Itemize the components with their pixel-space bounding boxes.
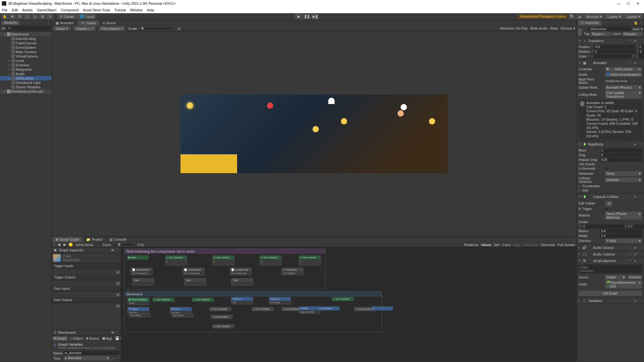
rotate-tool-button[interactable]: ↻ bbox=[16, 14, 23, 19]
graph-node[interactable]: ▶ Start bbox=[127, 255, 149, 260]
object-name-input[interactable] bbox=[589, 27, 631, 31]
add-data-output-button[interactable]: + bbox=[116, 304, 120, 308]
hierarchy-item[interactable]: Scene Variables bbox=[0, 85, 52, 89]
graph-node[interactable]: Axis Name bbox=[171, 313, 193, 317]
layers-dropdown[interactable]: Layers▾ bbox=[605, 14, 624, 19]
trigger-checkbox[interactable] bbox=[605, 207, 609, 211]
hierarchy-item[interactable]: ▸Audio bbox=[0, 72, 52, 76]
pos-y-input[interactable] bbox=[639, 45, 644, 49]
tab-game[interactable]: 🎮Game bbox=[78, 20, 99, 26]
gravity-checkbox[interactable]: ✓ bbox=[605, 162, 609, 166]
opt-overview[interactable]: Overview bbox=[541, 243, 555, 247]
variables-header[interactable]: ▸⟨⟩Variables?⇄⋮ bbox=[577, 298, 644, 304]
graph-summary-placeholder[interactable]: (Summary) bbox=[63, 258, 80, 262]
graph-nav-home-icon[interactable]: ⌂ bbox=[53, 243, 55, 247]
hierarchy-item[interactable]: GameEnding bbox=[0, 36, 52, 41]
aspect-dropdown[interactable]: Free Aspect ▾ bbox=[99, 26, 125, 31]
graph-node[interactable]: Type◦ bbox=[132, 278, 154, 286]
gameobject-icon[interactable] bbox=[578, 28, 582, 36]
animator-header[interactable]: ▼▦ ✓ Animator ?⇄⋮ bbox=[577, 60, 644, 66]
graph-node[interactable]: π bbox=[371, 306, 393, 310]
menu-component[interactable]: Component bbox=[61, 8, 79, 12]
tab-console[interactable]: ▤Console bbox=[106, 237, 130, 242]
bottom-options-icon[interactable]: ⋮ bbox=[572, 238, 576, 242]
var-type-dropdown[interactable]: ▸ Animator▾ bbox=[64, 356, 110, 360]
opt-distribute[interactable]: Distribute bbox=[524, 243, 538, 247]
experimental-packages-banner[interactable]: Experimental Packages in Use ▾ bbox=[518, 14, 568, 19]
graph-node[interactable]: ƒx Formula bbox=[318, 306, 340, 310]
opt-relations[interactable]: Relations bbox=[464, 243, 478, 247]
transform-header[interactable]: ▼⊹ Transform ? ⇄ ⋮ bbox=[577, 38, 644, 44]
hierarchy-item[interactable]: Main Camera bbox=[0, 50, 52, 54]
opt-align[interactable]: Align bbox=[514, 243, 521, 247]
remove-var-button[interactable]: — bbox=[111, 356, 115, 360]
hierarchy-item[interactable]: Directional Light bbox=[0, 80, 52, 85]
add-trigger-output-button[interactable]: + bbox=[116, 282, 120, 285]
hierarchy-item[interactable]: ▸JohnLemon bbox=[0, 76, 52, 80]
opt-values[interactable]: Values bbox=[481, 243, 491, 247]
graph-asset-field[interactable]: 🧩PlayerMovement (Scr⊙ bbox=[605, 280, 642, 288]
avatar-field[interactable]: 👤 JohnLemonAvatar⊙ bbox=[605, 72, 642, 77]
opt-dim[interactable]: Dim bbox=[494, 243, 500, 247]
edit-graph-button[interactable]: Edit Graph bbox=[579, 291, 642, 296]
menu-file[interactable]: File bbox=[2, 8, 8, 12]
menu-window[interactable]: Window bbox=[130, 8, 142, 12]
graph-node[interactable]: ◇ Get Variable bbox=[211, 315, 233, 319]
gizmos-dropdown[interactable]: Gizmos ▾ bbox=[561, 26, 575, 30]
transform-tool-button[interactable]: ⊕ bbox=[39, 14, 46, 19]
bb-tab-object[interactable]: ◇ Object bbox=[69, 336, 84, 341]
scale-y-input[interactable] bbox=[635, 54, 644, 58]
hierarchy-tab[interactable]: Hierarchy bbox=[1, 20, 20, 25]
edit-collider-button[interactable]: ⊡ bbox=[605, 201, 613, 206]
graph-nav-forward-icon[interactable]: ▶ bbox=[64, 243, 66, 247]
rigidbody-header[interactable]: ▼⬮ Rigidbody ?⇄⋮ bbox=[577, 141, 644, 147]
hierarchy-search-input[interactable] bbox=[6, 26, 50, 30]
radius-input[interactable] bbox=[600, 229, 642, 233]
tab-animator[interactable]: ▦Animator bbox=[53, 20, 77, 26]
direction-dropdown[interactable]: Y-Axis▾ bbox=[605, 239, 642, 243]
source-dropdown[interactable]: Graph▾ bbox=[605, 275, 626, 280]
zoom-slider[interactable] bbox=[115, 244, 134, 245]
menu-help[interactable]: Help bbox=[147, 8, 154, 12]
animator-enable-checkbox[interactable]: ✓ bbox=[588, 61, 592, 65]
graph-node[interactable]: Type◦ bbox=[184, 278, 206, 286]
hierarchy-item[interactable]: ▸DontDestroyOnLoad bbox=[0, 89, 52, 94]
play-button[interactable]: ▶ bbox=[295, 14, 303, 19]
opt-fullscreen[interactable]: Full Screen bbox=[558, 243, 575, 247]
account-dropdown[interactable]: Account▾ bbox=[584, 14, 604, 19]
graph-node[interactable]: Axis Name bbox=[129, 313, 151, 317]
search-button[interactable]: 🔍 bbox=[569, 14, 575, 19]
graph-node[interactable]: ◇ Set Variable bbox=[153, 298, 175, 302]
var-options-button[interactable]: ⋯ bbox=[116, 356, 119, 360]
tab-project[interactable]: 📁Project bbox=[83, 237, 106, 242]
hierarchy-item[interactable]: ▸Enemies bbox=[0, 63, 52, 67]
graph-node[interactable]: Type◦ bbox=[231, 278, 253, 286]
tag-dropdown[interactable]: Player ▾ bbox=[591, 32, 611, 36]
graph-node[interactable]: Vector 3Normalize bbox=[269, 297, 291, 304]
physic-material-field[interactable]: None (Physic Material)⊙ bbox=[605, 211, 642, 220]
scale-tool-button[interactable]: ⤢ bbox=[24, 14, 31, 19]
hierarchy-options-icon[interactable]: ⋮ bbox=[47, 21, 50, 25]
rot-x-input[interactable] bbox=[594, 50, 636, 54]
mass-input[interactable] bbox=[600, 148, 642, 152]
graph-node[interactable]: Vector 3Set bbox=[231, 297, 253, 304]
close-button[interactable]: ✕ bbox=[633, 0, 642, 7]
maximize-button[interactable]: ☐ bbox=[624, 0, 633, 7]
menu-assets[interactable]: Assets bbox=[22, 8, 33, 12]
graph-node[interactable]: ◇ Set Variable▸◦ bbox=[165, 255, 187, 266]
bb-tab-app[interactable]: ▣ App bbox=[101, 336, 114, 341]
height-input[interactable] bbox=[600, 234, 642, 238]
collab-button[interactable]: ☁ bbox=[576, 14, 583, 19]
graph-node[interactable]: ◇ Set Variable▸◦ bbox=[299, 255, 321, 266]
culling-mode-dropdown[interactable]: Cull Update Transforms▾ bbox=[605, 90, 642, 99]
audio-listener-header[interactable]: ▸🎧✓Audio Listener?⇄⋮ bbox=[577, 251, 644, 257]
convert-button[interactable]: Convert bbox=[627, 275, 642, 279]
help-icon[interactable]: ? bbox=[628, 39, 632, 43]
graph-nav-back-icon[interactable]: ◉ bbox=[58, 243, 61, 247]
collision-dropdown[interactable]: Discrete▾ bbox=[605, 178, 642, 182]
menu-assetstore[interactable]: Asset Store Tools bbox=[83, 8, 110, 12]
step-button[interactable]: ▶❚ bbox=[311, 14, 319, 19]
pivot-mode-button[interactable]: ⊙Center bbox=[57, 14, 77, 19]
menu-tutorial[interactable]: Tutorial bbox=[114, 8, 126, 12]
tab-scene[interactable]: ⧇Scene bbox=[100, 20, 119, 26]
